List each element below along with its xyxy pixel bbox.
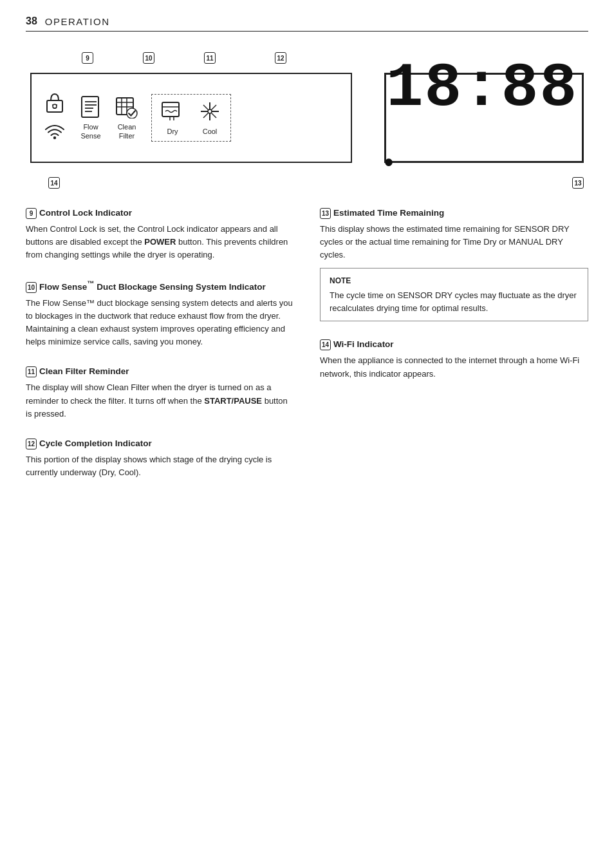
page-title: OPERATION	[45, 16, 110, 27]
left-column: 9 Control Lock Indicator When Control Lo…	[26, 208, 294, 497]
callout-14: 14	[48, 177, 60, 189]
display-box: 18:88 •	[384, 73, 584, 163]
flow-sense-group: Flow Sense	[79, 95, 102, 140]
dry-icon-group: Dry	[161, 100, 184, 136]
section-14-heading: 14 Wi-Fi Indicator	[320, 339, 588, 350]
svg-point-2	[52, 104, 53, 106]
callout-12: 12	[275, 52, 286, 64]
dry-label: Dry	[167, 127, 178, 136]
right-column: 13 Estimated Time Remaining This display…	[320, 208, 588, 497]
content-columns: 9 Control Lock Indicator When Control Lo…	[26, 208, 588, 497]
control-panel: Flow Sense Cl	[30, 73, 352, 163]
svg-point-4	[53, 137, 56, 139]
section-12-text: This portion of the display shows which …	[26, 453, 294, 479]
lock-icon	[44, 91, 65, 117]
svg-rect-16	[162, 102, 179, 117]
svg-rect-0	[47, 100, 62, 112]
section-13-text: This display shows the estimated time re…	[320, 223, 588, 261]
section-12-callout: 12	[26, 439, 37, 449]
section-13-title: Estimated Time Remaining	[333, 208, 444, 218]
cool-icon	[198, 100, 221, 125]
svg-point-24	[208, 109, 212, 113]
section-12-heading: 12 Cycle Completion Indicator	[26, 439, 294, 449]
section-9: 9 Control Lock Indicator When Control Lo…	[26, 208, 294, 261]
note-label: NOTE	[330, 275, 579, 287]
section-10-callout: 10	[26, 282, 37, 293]
section-9-callout: 9	[26, 208, 37, 219]
section-13-callout: 13	[320, 208, 331, 219]
section-13: 13 Estimated Time Remaining This display…	[320, 208, 588, 321]
section-10-heading: 10 Flow Sense™ Duct Blockage Sensing Sys…	[26, 279, 294, 293]
section-14-title: Wi-Fi Indicator	[333, 339, 394, 349]
clean-filter-group: Clean Filter	[115, 95, 138, 140]
section-14: 14 Wi-Fi Indicator When the appliance is…	[320, 339, 588, 380]
section-10: 10 Flow Sense™ Duct Blockage Sensing Sys…	[26, 279, 294, 348]
note-box: NOTE The cycle time on SENSOR DRY cycles…	[320, 268, 588, 321]
page-container: 38 OPERATION 9 10 11 12	[0, 0, 614, 523]
diagram-area: 9 10 11 12	[30, 47, 584, 189]
wifi-icon	[43, 119, 66, 144]
section-9-text: When Control Lock is set, the Control Lo…	[26, 223, 294, 261]
callout-11: 11	[204, 52, 216, 64]
section-12: 12 Cycle Completion Indicator This porti…	[26, 439, 294, 479]
section-11-text: The display will show Clean Filter when …	[26, 381, 294, 420]
page-header: 38 OPERATION	[26, 15, 588, 32]
svg-rect-5	[82, 97, 98, 117]
cool-icon-group: Cool	[198, 100, 221, 136]
section-11-title: Clean Filter Reminder	[39, 366, 129, 376]
section-13-heading: 13 Estimated Time Remaining	[320, 208, 588, 219]
section-12-title: Cycle Completion Indicator	[39, 439, 152, 448]
section-11: 11 Clean Filter Reminder The display wil…	[26, 366, 294, 420]
clean-filter-label: Clean Filter	[118, 123, 136, 140]
section-11-callout: 11	[26, 366, 37, 377]
dry-cool-group: Dry Cool	[151, 94, 231, 142]
wifi-lock-icon-group	[43, 91, 66, 144]
section-9-heading: 9 Control Lock Indicator	[26, 208, 294, 219]
flow-sense-icon	[79, 95, 102, 120]
display-digits: 18:88 •	[386, 58, 582, 178]
callout-13: 13	[572, 177, 584, 189]
callout-10: 10	[143, 52, 154, 64]
dry-icon	[161, 100, 184, 125]
flow-sense-label: Flow Sense	[80, 123, 100, 140]
callout-9: 9	[82, 52, 93, 64]
note-text: The cycle time on SENSOR DRY cycles may …	[330, 290, 577, 313]
section-11-heading: 11 Clean Filter Reminder	[26, 366, 294, 377]
section-14-callout: 14	[320, 339, 331, 350]
section-14-text: When the appliance is connected to the i…	[320, 354, 588, 380]
page-number: 38	[26, 15, 37, 27]
cool-label: Cool	[203, 127, 218, 136]
svg-point-3	[56, 104, 57, 106]
section-10-text: The Flow Sense™ duct blockage sensing sy…	[26, 297, 294, 349]
clean-filter-icon	[115, 95, 138, 120]
section-10-title: Flow Sense™ Duct Blockage Sensing System…	[39, 279, 266, 292]
section-9-title: Control Lock Indicator	[39, 208, 132, 218]
